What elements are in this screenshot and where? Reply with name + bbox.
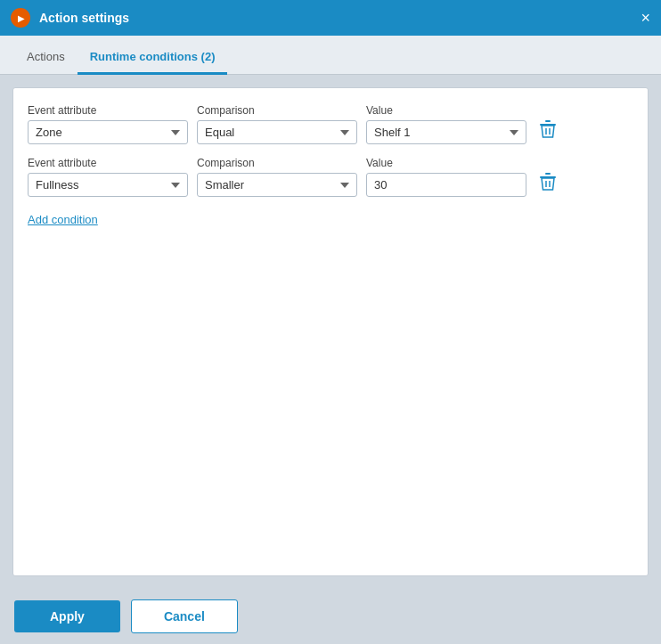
footer: Apply Cancel xyxy=(0,589,661,644)
app-icon xyxy=(11,8,30,28)
condition-row-1: Event attribute Zone Fullness Temperatur… xyxy=(28,104,633,144)
value-label-1: Value xyxy=(366,104,526,117)
comparison-group-2: Comparison Smaller Greater Equal xyxy=(197,157,357,197)
svg-rect-1 xyxy=(545,120,551,122)
value-group-1: Value Shelf 1 Shelf 2 Shelf 3 xyxy=(366,104,526,144)
event-attribute-select-1[interactable]: Zone Fullness Temperature xyxy=(28,120,188,144)
add-condition-link[interactable]: Add condition xyxy=(28,213,633,226)
dialog-title: Action settings xyxy=(39,11,641,25)
comparison-label-2: Comparison xyxy=(197,157,357,169)
event-attribute-group-2: Event attribute Zone Fullness Temperatur… xyxy=(28,157,188,197)
comparison-select-1[interactable]: Equal Not Equal xyxy=(197,120,357,144)
delete-condition-2-button[interactable] xyxy=(535,168,560,195)
event-attribute-group-1: Event attribute Zone Fullness Temperatur… xyxy=(28,104,188,144)
comparison-label-1: Comparison xyxy=(197,104,357,117)
tabs-bar: Actions Runtime conditions (2) xyxy=(0,36,661,75)
comparison-select-2[interactable]: Smaller Greater Equal xyxy=(197,173,357,197)
event-attribute-label-1: Event attribute xyxy=(28,104,188,117)
value-label-2: Value xyxy=(366,157,526,169)
value-group-2: Value xyxy=(366,157,526,197)
value-select-1[interactable]: Shelf 1 Shelf 2 Shelf 3 xyxy=(366,120,526,144)
comparison-group-1: Comparison Equal Not Equal xyxy=(197,104,357,144)
delete-condition-1-button[interactable] xyxy=(535,116,560,143)
close-button[interactable]: × xyxy=(641,10,650,26)
tab-runtime-conditions[interactable]: Runtime conditions (2) xyxy=(78,41,228,75)
event-attribute-label-2: Event attribute xyxy=(28,157,188,169)
content-area: Event attribute Zone Fullness Temperatur… xyxy=(0,75,661,589)
svg-rect-5 xyxy=(545,173,551,175)
tab-actions[interactable]: Actions xyxy=(14,41,78,75)
event-attribute-select-2[interactable]: Zone Fullness Temperature xyxy=(28,173,188,197)
titlebar: Action settings × xyxy=(0,0,661,36)
value-input-2[interactable] xyxy=(366,173,526,197)
apply-button[interactable]: Apply xyxy=(14,600,120,632)
cancel-button[interactable]: Cancel xyxy=(131,599,238,633)
trash-icon-2 xyxy=(539,172,557,192)
action-settings-dialog: Action settings × Actions Runtime condit… xyxy=(0,0,661,644)
condition-row-2: Event attribute Zone Fullness Temperatur… xyxy=(28,157,633,197)
conditions-panel: Event attribute Zone Fullness Temperatur… xyxy=(12,87,649,576)
trash-icon-1 xyxy=(539,119,557,139)
